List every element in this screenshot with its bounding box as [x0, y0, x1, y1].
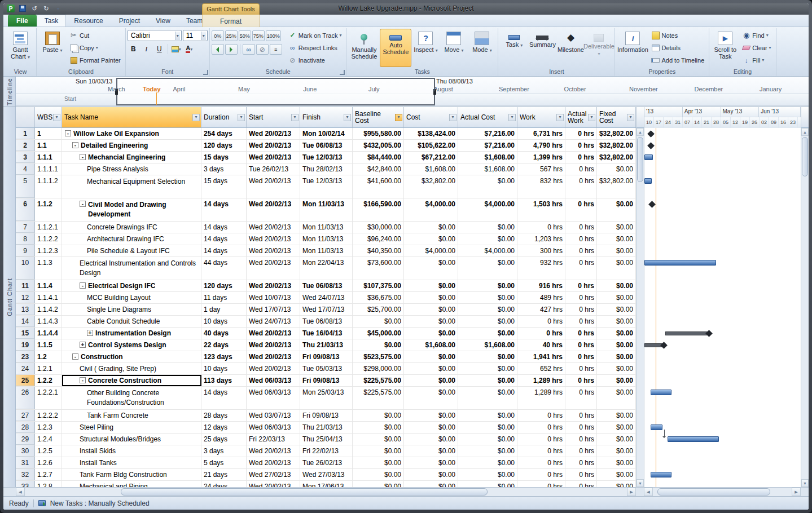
cell[interactable]: Thu 21/03/13: [300, 422, 353, 433]
row-number[interactable]: 24: [16, 363, 35, 374]
cell[interactable]: 0 hrs: [517, 457, 565, 468]
gantt-milestone-icon[interactable]: [647, 130, 655, 138]
expand-icon[interactable]: +: [80, 342, 86, 348]
cell-task-name[interactable]: Install Tanks: [62, 457, 201, 468]
cell[interactable]: 1.1.2: [35, 198, 62, 221]
table-row[interactable]: 231.2-Construction123 daysWed 20/02/13Fr…: [16, 351, 636, 363]
cell[interactable]: $32,802.00: [597, 175, 636, 198]
cell-task-name[interactable]: MCC Building Layout: [62, 292, 201, 303]
cell[interactable]: Wed 20/02/13: [247, 198, 300, 221]
cell-task-name[interactable]: -Construction: [62, 351, 201, 362]
cell[interactable]: $0.00: [458, 410, 517, 421]
cell[interactable]: Fri 22/02/13: [300, 445, 353, 457]
gantt-task-bar[interactable]: [651, 390, 671, 395]
cell[interactable]: 6,731 hrs: [517, 128, 565, 139]
cell[interactable]: $0.00: [404, 222, 458, 233]
cell[interactable]: $0.00: [458, 434, 517, 445]
indent-task-button[interactable]: [225, 44, 238, 55]
select-all-corner[interactable]: [16, 107, 35, 127]
cell[interactable]: $4,000.00: [404, 198, 458, 221]
tab-view[interactable]: View: [148, 15, 178, 26]
cell[interactable]: 0 hrs: [565, 469, 597, 480]
cell[interactable]: 1,203 hrs: [517, 233, 565, 245]
cell[interactable]: 1.2.2: [35, 375, 62, 386]
table-row[interactable]: 331.2.8Mechanical and Piping24 daysWed 2…: [16, 481, 636, 487]
cell[interactable]: 0 hrs: [565, 292, 597, 303]
cell-task-name[interactable]: Civil ( Grading, Site Prep): [62, 363, 201, 374]
row-number[interactable]: 2: [16, 140, 35, 151]
cell[interactable]: 0 hrs: [565, 304, 597, 315]
gantt-task-bar[interactable]: [644, 260, 716, 266]
cell[interactable]: Wed 24/07/13: [300, 292, 353, 303]
cell[interactable]: 0 hrs: [517, 434, 565, 445]
cell[interactable]: Wed 20/02/13: [247, 328, 300, 339]
cell[interactable]: Wed 27/02/13: [247, 469, 300, 480]
gantt-vertical-scrollbar[interactable]: ▲ ▼: [801, 107, 809, 487]
cell[interactable]: $0.00: [597, 292, 636, 303]
cell[interactable]: 14 days: [201, 222, 247, 233]
cell[interactable]: Fri 09/08/13: [300, 375, 353, 386]
cell[interactable]: 932 hrs: [517, 257, 565, 280]
cell[interactable]: Thu 25/04/13: [300, 434, 353, 445]
cell[interactable]: 0 hrs: [517, 328, 565, 339]
percent-complete-25-button[interactable]: 25%: [225, 30, 238, 41]
cell[interactable]: 1.1.4.1: [35, 292, 62, 303]
cell[interactable]: Tue 12/03/13: [300, 175, 353, 198]
clear-button[interactable]: Clear ▾: [739, 42, 774, 54]
insert-milestone-button[interactable]: ◆ Milestone: [556, 29, 585, 67]
cell[interactable]: $0.00: [458, 481, 517, 487]
cell[interactable]: 1.1.2.3: [35, 245, 62, 256]
split-task-button[interactable]: ≡: [270, 44, 282, 55]
cut-button[interactable]: ✂Cut: [67, 29, 124, 41]
cell[interactable]: $0.00: [404, 457, 458, 468]
cell[interactable]: Thu 21/03/13: [300, 339, 353, 351]
cell[interactable]: 0 hrs: [565, 152, 597, 163]
cell[interactable]: $84,440.00: [353, 152, 404, 163]
row-number[interactable]: 11: [16, 280, 35, 291]
cell[interactable]: Wed 20/02/13: [247, 175, 300, 198]
cell[interactable]: $0.00: [353, 410, 404, 421]
cell[interactable]: 14 days: [201, 233, 247, 245]
cell[interactable]: 0 hrs: [565, 140, 597, 151]
cell[interactable]: 4,790 hrs: [517, 140, 565, 151]
cell[interactable]: 1.2.1: [35, 363, 62, 374]
cell[interactable]: $1,608.00: [404, 163, 458, 175]
cell[interactable]: Wed 17/07/13: [247, 304, 300, 315]
cell[interactable]: $0.00: [458, 233, 517, 245]
cell[interactable]: 0 hrs: [565, 375, 597, 386]
cell[interactable]: 0 hrs: [565, 198, 597, 221]
cell[interactable]: 14 days: [201, 387, 247, 409]
cell[interactable]: $0.00: [458, 351, 517, 362]
cell[interactable]: 120 days: [201, 280, 247, 291]
cell[interactable]: $40,350.00: [353, 245, 404, 256]
cell[interactable]: $0.00: [597, 339, 636, 351]
cell[interactable]: $0.00: [597, 257, 636, 280]
cell[interactable]: $0.00: [597, 198, 636, 221]
cell[interactable]: Wed 06/03/13: [247, 375, 300, 386]
cell[interactable]: $0.00: [404, 481, 458, 487]
cell[interactable]: Tue 16/04/13: [300, 328, 353, 339]
cell[interactable]: $0.00: [597, 280, 636, 291]
cell[interactable]: Wed 06/03/13: [247, 422, 300, 433]
cell[interactable]: Mon 22/04/13: [300, 257, 353, 280]
cell[interactable]: $0.00: [458, 445, 517, 457]
cell[interactable]: $0.00: [597, 222, 636, 233]
cell[interactable]: 254 days: [201, 128, 247, 139]
cell[interactable]: Mon 11/03/13: [300, 245, 353, 256]
cell-task-name[interactable]: Concrete Drawings IFC: [62, 222, 201, 233]
row-number[interactable]: 30: [16, 445, 35, 457]
cell[interactable]: Wed 06/03/13: [247, 387, 300, 409]
cell[interactable]: 0 hrs: [517, 445, 565, 457]
cell[interactable]: 1.1.5: [35, 339, 62, 351]
collapse-icon[interactable]: -: [65, 130, 71, 136]
filter-arrow-icon[interactable]: ▾: [556, 114, 564, 121]
cell[interactable]: 14 days: [201, 198, 247, 221]
paste-button[interactable]: Paste ▾: [38, 29, 67, 67]
table-row[interactable]: 261.2.2.1Other Building Concrete Foundat…: [16, 387, 636, 410]
row-number[interactable]: 15: [16, 328, 35, 339]
cell[interactable]: 1.2.6: [35, 457, 62, 468]
table-row[interactable]: 271.2.2.2Tank Farm Concrete28 daysWed 03…: [16, 410, 636, 422]
cell[interactable]: Mon 17/06/13: [300, 481, 353, 487]
cell[interactable]: 1.1.4.2: [35, 304, 62, 315]
cell[interactable]: $0.00: [597, 410, 636, 421]
